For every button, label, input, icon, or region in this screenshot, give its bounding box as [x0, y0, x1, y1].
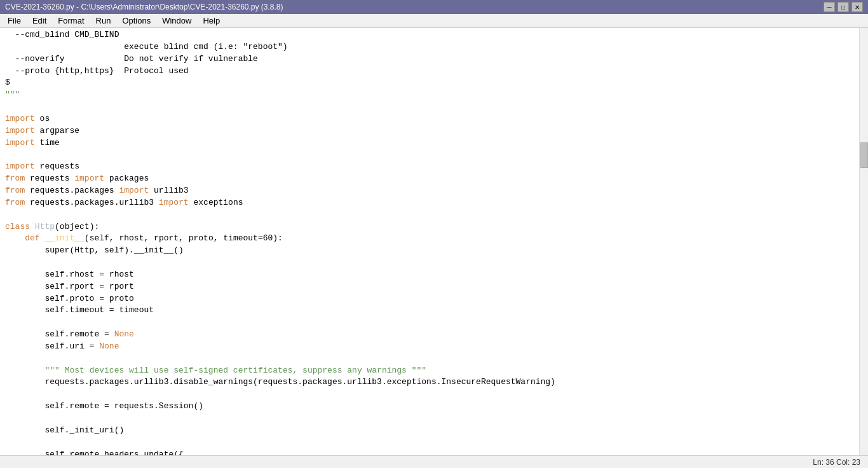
- minimize-button[interactable]: ─: [824, 2, 835, 12]
- menu-window[interactable]: Window: [157, 15, 196, 27]
- menu-options[interactable]: Options: [117, 15, 156, 27]
- scrollbar[interactable]: [859, 28, 868, 455]
- menu-run[interactable]: Run: [91, 15, 116, 27]
- status-bar: Ln: 36 Col: 23: [0, 455, 868, 468]
- menu-help[interactable]: Help: [198, 15, 225, 27]
- menu-file[interactable]: File: [3, 15, 26, 27]
- scrollbar-thumb[interactable]: [860, 142, 868, 168]
- title-bar-controls: ─ □ ✕: [824, 2, 863, 12]
- close-button[interactable]: ✕: [851, 2, 863, 12]
- cursor-position: Ln: 36 Col: 23: [813, 458, 860, 467]
- code-area[interactable]: --cmd_blind CMD_BLIND execute blind cmd …: [0, 28, 859, 455]
- menu-format[interactable]: Format: [53, 15, 89, 27]
- menu-edit[interactable]: Edit: [27, 15, 51, 27]
- editor-container: --cmd_blind CMD_BLIND execute blind cmd …: [0, 28, 868, 455]
- maximize-button[interactable]: □: [837, 2, 849, 12]
- title-bar-text: CVE-2021-36260.py - C:\Users\Administrat…: [5, 3, 824, 11]
- menu-bar: File Edit Format Run Options Window Help: [0, 14, 868, 28]
- title-bar: CVE-2021-36260.py - C:\Users\Administrat…: [0, 0, 868, 14]
